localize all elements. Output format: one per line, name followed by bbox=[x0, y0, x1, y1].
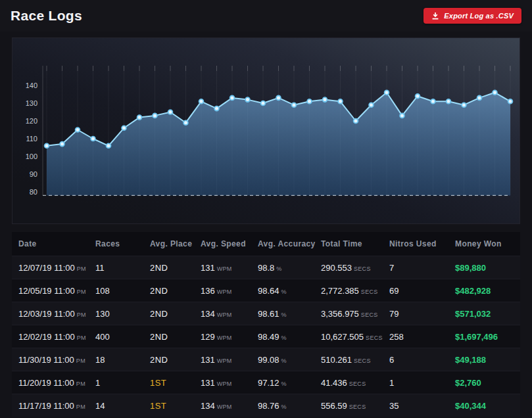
cell-total-time: 290.553SECS bbox=[314, 262, 383, 273]
cell-nitros-used: 1 bbox=[383, 377, 448, 388]
chart-point[interactable] bbox=[493, 90, 497, 95]
cell-nitros-used: 79 bbox=[383, 308, 448, 319]
column-header-date: Date bbox=[12, 239, 89, 248]
column-header-avg-place: Avg. Place bbox=[143, 239, 194, 248]
chart-point[interactable] bbox=[76, 128, 80, 132]
chart-point[interactable] bbox=[431, 99, 435, 104]
cell-avg-place: 2ND bbox=[143, 354, 194, 365]
chart-point[interactable] bbox=[276, 96, 281, 101]
chart-point[interactable] bbox=[183, 120, 188, 125]
cell-avg-accuracy: 97.12% bbox=[251, 377, 314, 388]
export-csv-button[interactable]: Export Log as .CSV bbox=[423, 8, 521, 24]
chart-point[interactable] bbox=[261, 101, 266, 106]
cell-avg-place: 1ST bbox=[143, 377, 194, 388]
download-icon bbox=[431, 12, 439, 20]
chart-point[interactable] bbox=[307, 99, 312, 104]
table-row: 11/20/19 11:00PM11ST131WPM97.12%41.436SE… bbox=[12, 371, 520, 394]
y-axis-tick-label: 120 bbox=[26, 117, 37, 125]
cell-avg-place: 2ND bbox=[143, 262, 194, 273]
cell-total-time: 41.436SECS bbox=[314, 377, 383, 388]
cell-avg-speed: 129WPM bbox=[194, 331, 251, 342]
cell-avg-accuracy: 98.61% bbox=[251, 308, 314, 319]
chart-point[interactable] bbox=[214, 106, 219, 111]
chart-point[interactable] bbox=[245, 97, 250, 102]
chart-point[interactable] bbox=[385, 90, 389, 95]
chart-point[interactable] bbox=[45, 143, 49, 148]
cell-total-time: 10,627.505SECS bbox=[314, 331, 383, 342]
cell-nitros-used: 7 bbox=[383, 262, 448, 273]
chart-point[interactable] bbox=[168, 110, 173, 114]
cell-races: 130 bbox=[89, 308, 143, 319]
cell-date: 12/05/19 11:00PM bbox=[12, 285, 89, 296]
race-performance-chart: 8090100110120130140 bbox=[12, 38, 520, 223]
cell-avg-accuracy: 98.8% bbox=[251, 262, 314, 273]
cell-money-won: $1,697,496 bbox=[448, 331, 520, 342]
chart-panel: 8090100110120130140 bbox=[12, 37, 520, 224]
export-csv-label: Export Log as .CSV bbox=[444, 12, 514, 20]
cell-nitros-used: 35 bbox=[383, 400, 448, 411]
y-axis-tick-label: 110 bbox=[26, 135, 37, 143]
cell-avg-speed: 131WPM bbox=[194, 377, 251, 388]
cell-money-won: $482,928 bbox=[448, 285, 520, 296]
chart-point[interactable] bbox=[354, 119, 358, 124]
table-row: 11/17/19 11:00PM141ST134WPM98.76%556.59S… bbox=[12, 394, 520, 417]
chart-point[interactable] bbox=[199, 99, 204, 104]
y-axis-tick-label: 80 bbox=[30, 188, 37, 196]
y-axis-tick-label: 100 bbox=[26, 152, 37, 160]
chart-point[interactable] bbox=[416, 94, 420, 99]
table-row: 12/07/19 11:00PM112ND131WPM98.8%290.553S… bbox=[12, 256, 520, 279]
chart-point[interactable] bbox=[323, 97, 327, 102]
chart-point[interactable] bbox=[292, 103, 297, 107]
page-header: Race Logs Export Log as .CSV bbox=[0, 0, 532, 32]
chart-point[interactable] bbox=[400, 114, 404, 118]
cell-date: 11/20/19 11:00PM bbox=[12, 377, 89, 388]
cell-date: 11/30/19 11:00PM bbox=[12, 354, 89, 365]
page-title: Race Logs bbox=[11, 8, 82, 24]
cell-total-time: 2,772.385SECS bbox=[314, 285, 383, 296]
table-row: 11/30/19 11:00PM182ND131WPM99.08%510.261… bbox=[12, 348, 520, 371]
column-header-avg-accuracy: Avg. Accuracy bbox=[251, 239, 314, 248]
chart-point[interactable] bbox=[60, 142, 64, 147]
chart-point[interactable] bbox=[477, 96, 482, 101]
cell-avg-place: 2ND bbox=[143, 308, 194, 319]
cell-money-won: $40,344 bbox=[448, 400, 520, 411]
chart-point[interactable] bbox=[153, 114, 157, 118]
cell-avg-place: 2ND bbox=[143, 285, 194, 296]
cell-avg-accuracy: 99.08% bbox=[251, 354, 314, 365]
cell-avg-speed: 134WPM bbox=[194, 400, 251, 411]
cell-avg-speed: 131WPM bbox=[194, 354, 251, 365]
cell-avg-speed: 136WPM bbox=[194, 285, 251, 296]
race-logs-table: Date Races Avg. Place Avg. Speed Avg. Ac… bbox=[12, 232, 520, 417]
table-row: 12/05/19 11:00PM1082ND136WPM98.64%2,772.… bbox=[12, 279, 520, 302]
cell-races: 18 bbox=[89, 354, 143, 365]
cell-races: 400 bbox=[89, 331, 143, 342]
chart-point[interactable] bbox=[338, 99, 343, 104]
cell-avg-place: 1ST bbox=[143, 400, 194, 411]
y-axis-tick-label: 130 bbox=[26, 99, 37, 107]
chart-point[interactable] bbox=[230, 96, 235, 101]
cell-nitros-used: 258 bbox=[383, 331, 448, 342]
cell-races: 108 bbox=[89, 285, 143, 296]
chart-point[interactable] bbox=[122, 126, 126, 130]
cell-total-time: 510.261SECS bbox=[314, 354, 383, 365]
cell-date: 12/03/19 11:00PM bbox=[12, 308, 89, 319]
chart-point[interactable] bbox=[91, 137, 95, 141]
cell-date: 12/02/19 11:00PM bbox=[12, 331, 89, 342]
cell-money-won: $571,032 bbox=[448, 308, 520, 319]
chart-point[interactable] bbox=[107, 143, 111, 148]
chart-point[interactable] bbox=[508, 99, 513, 104]
cell-avg-speed: 134WPM bbox=[194, 308, 251, 319]
chart-point[interactable] bbox=[369, 103, 374, 107]
cell-total-time: 3,356.975SECS bbox=[314, 308, 383, 319]
cell-avg-accuracy: 98.49% bbox=[251, 331, 314, 342]
cell-money-won: $2,760 bbox=[448, 377, 520, 388]
chart-point[interactable] bbox=[462, 103, 466, 107]
y-axis-tick-label: 90 bbox=[30, 170, 37, 178]
chart-point[interactable] bbox=[137, 115, 142, 120]
cell-date: 11/17/19 11:00PM bbox=[12, 400, 89, 411]
chart-point[interactable] bbox=[447, 99, 451, 104]
cell-avg-place: 2ND bbox=[143, 331, 194, 342]
area-fill bbox=[47, 93, 510, 196]
cell-money-won: $89,880 bbox=[448, 262, 520, 273]
cell-races: 11 bbox=[89, 262, 143, 273]
